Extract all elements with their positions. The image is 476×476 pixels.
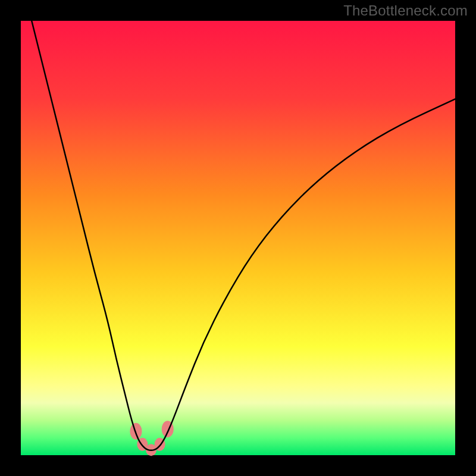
watermark-text: TheBottleneck.com <box>343 2 468 19</box>
chart-container: TheBottleneck.com <box>0 0 476 476</box>
bottleneck-chart <box>0 0 476 476</box>
